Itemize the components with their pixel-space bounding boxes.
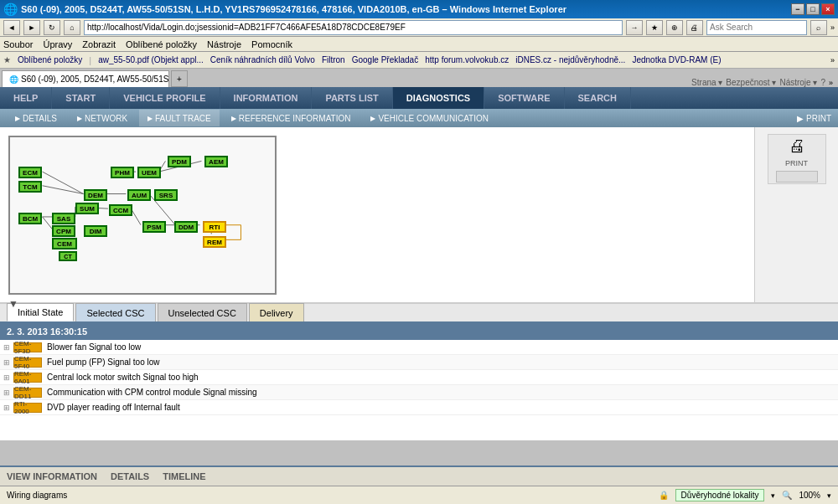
svg-line-3 bbox=[43, 217, 53, 229]
zoom-icon: 🔍 bbox=[782, 491, 792, 500]
search-input[interactable] bbox=[706, 20, 807, 35]
new-tab-button[interactable]: + bbox=[171, 70, 188, 87]
close-button[interactable]: × bbox=[821, 3, 835, 15]
fav-forum[interactable]: http forum.volvokub.cz bbox=[425, 55, 509, 64]
menu-oblibene[interactable]: Oblíbené položky bbox=[126, 39, 197, 49]
ecu-sum[interactable]: SUM bbox=[75, 203, 99, 214]
nav-help[interactable]: HELP bbox=[0, 87, 52, 109]
favorites-button[interactable]: ★ bbox=[646, 20, 663, 35]
bottom-toolbar: VIEW INFORMATION DETAILS TIMELINE bbox=[0, 465, 838, 486]
fault-description: Communication with CPM control module Si… bbox=[47, 388, 257, 397]
timeline-button[interactable]: TIMELINE bbox=[163, 471, 205, 481]
print-button[interactable]: 🖨 bbox=[686, 20, 703, 35]
print-icon[interactable]: 🖨 bbox=[789, 136, 805, 156]
diagram-area: ECM TCM BCM SAS CPM CEM CT DEM SUM DIM P… bbox=[0, 127, 754, 302]
details-button[interactable]: DETAILS bbox=[111, 471, 149, 481]
security-arrow-icon[interactable]: ▾ bbox=[771, 491, 775, 500]
timestamp-row: 2. 3. 2013 16:30:15 bbox=[0, 323, 838, 340]
menu-nastroje[interactable]: Nástroje bbox=[207, 39, 241, 49]
toolbar-options[interactable]: » bbox=[830, 23, 835, 32]
row-expand-icon[interactable]: ⊞ bbox=[3, 404, 10, 412]
more-button[interactable]: » bbox=[829, 79, 833, 87]
ecu-ddm[interactable]: DDM bbox=[174, 221, 198, 233]
ecu-rem[interactable]: REM bbox=[203, 236, 226, 248]
app-navigation: HELP START VEHICLE PROFILE INFORMATION P… bbox=[0, 87, 838, 109]
titlebar-left: 🌐 S60 (-09), 2005, D5244T, AW55-50/51SN,… bbox=[3, 3, 566, 16]
nav-search[interactable]: SEARCH bbox=[565, 87, 631, 109]
view-info-button[interactable]: VIEW INFORMATION bbox=[7, 471, 97, 481]
fav-oblibene[interactable]: Oblíbené položky bbox=[18, 55, 82, 64]
ecu-bcm[interactable]: BCM bbox=[18, 213, 42, 224]
ecu-aem[interactable]: AEM bbox=[204, 156, 228, 167]
tabbar: 🌐 S60 (-09), 2005, D5244T, AW55-50/51SN,… bbox=[0, 69, 838, 87]
ecu-cem[interactable]: CEM bbox=[52, 238, 77, 249]
minimize-button[interactable]: − bbox=[791, 3, 804, 15]
row-expand-icon[interactable]: ⊞ bbox=[3, 343, 10, 352]
print-button[interactable]: ▶ PRINT bbox=[797, 114, 831, 123]
fav-aw55[interactable]: aw_55-50.pdf (Objekt appl... bbox=[98, 55, 204, 64]
nav-software[interactable]: SOFTWARE bbox=[484, 87, 564, 109]
ecu-dem[interactable]: DEM bbox=[84, 189, 107, 201]
menu-upravy[interactable]: Úpravy bbox=[43, 39, 72, 49]
address-input[interactable] bbox=[84, 20, 623, 35]
back-button[interactable]: ◄ bbox=[3, 20, 20, 35]
fault-description: Blower fan Signal too low bbox=[47, 342, 141, 352]
favbar-more[interactable]: » bbox=[830, 56, 835, 64]
ecu-ecm[interactable]: ECM bbox=[18, 167, 42, 178]
fault-badge: CEM-5F3D bbox=[13, 342, 42, 352]
ecu-uem[interactable]: UEM bbox=[137, 167, 161, 178]
ecu-cpm[interactable]: CPM bbox=[52, 225, 75, 237]
forward-button[interactable]: ► bbox=[23, 20, 40, 35]
ecu-pdm[interactable]: PDM bbox=[168, 156, 191, 167]
security-menu[interactable]: Bezpečnost ▾ bbox=[726, 78, 776, 87]
page-menu[interactable]: Strana ▾ bbox=[691, 78, 722, 87]
zoom-arrow-icon[interactable]: ▾ bbox=[827, 491, 831, 500]
refresh-button[interactable]: ↻ bbox=[44, 20, 60, 35]
submenu-reference-info[interactable]: ▶ REFERENCE INFORMATION bbox=[223, 110, 360, 126]
ecu-phm[interactable]: PHM bbox=[111, 167, 134, 178]
ecu-psm[interactable]: PSM bbox=[142, 221, 166, 233]
fav-cenik[interactable]: Ceník náhradních dílů Volvo bbox=[210, 55, 315, 64]
ecu-tcm[interactable]: TCM bbox=[18, 181, 42, 193]
row-expand-icon[interactable]: ⊞ bbox=[3, 358, 10, 367]
tools-menu[interactable]: Nástroje ▾ bbox=[779, 78, 817, 87]
row-expand-icon[interactable]: ⊞ bbox=[3, 388, 10, 397]
row-expand-icon[interactable]: ⊞ bbox=[3, 373, 10, 382]
fav-google[interactable]: Google Překladač bbox=[352, 55, 419, 64]
table-row: ⊞ CEM-5F40 Fuel pump (FP) Signal too low bbox=[0, 355, 838, 370]
ecu-srs[interactable]: SRS bbox=[154, 189, 178, 201]
print-preview bbox=[776, 171, 818, 183]
ecu-aum[interactable]: AUM bbox=[127, 189, 151, 201]
nav-information[interactable]: INFORMATION bbox=[220, 87, 313, 109]
fault-description: DVD player reading off Internal fault bbox=[47, 403, 180, 412]
ecu-ccm[interactable]: CCM bbox=[109, 204, 132, 216]
home-button[interactable]: ⌂ bbox=[64, 20, 80, 35]
diagram-scroll-icon: ▼ bbox=[8, 298, 746, 310]
main-content: ECM TCM BCM SAS CPM CEM CT DEM SUM DIM P… bbox=[0, 127, 838, 303]
go-button[interactable]: → bbox=[626, 20, 643, 35]
rss-button[interactable]: ⊕ bbox=[666, 20, 683, 35]
submenu-network[interactable]: ▶ NETWORK bbox=[69, 110, 136, 126]
fav-idnes[interactable]: iDNES.cz - nejdůvěryhodně... bbox=[515, 55, 625, 64]
ecu-dim[interactable]: DIM bbox=[84, 225, 107, 237]
menu-pomocnik[interactable]: Pomocník bbox=[251, 39, 292, 49]
search-go-button[interactable]: ⌕ bbox=[810, 20, 827, 35]
maximize-button[interactable]: □ bbox=[806, 3, 820, 15]
browser-tab[interactable]: 🌐 S60 (-09), 2005, D5244T, AW55-50/51SN,… bbox=[2, 70, 169, 87]
ecu-rti[interactable]: RTI bbox=[203, 221, 226, 233]
submenu-fault-trace[interactable]: ▶ FAULT TRACE bbox=[139, 110, 220, 126]
nav-start[interactable]: START bbox=[52, 87, 110, 109]
fav-filtron[interactable]: Filtron bbox=[322, 55, 345, 64]
nav-vehicle-profile[interactable]: VEHICLE PROFILE bbox=[110, 87, 220, 109]
help-button[interactable]: ? bbox=[820, 78, 825, 87]
ecu-ct[interactable]: CT bbox=[59, 251, 77, 261]
submenu-vehicle-comm[interactable]: ▶ VEHICLE COMMUNICATION bbox=[362, 110, 497, 126]
ecu-sas[interactable]: SAS bbox=[52, 213, 75, 224]
nav-diagnostics[interactable]: DIAGNOSTICS bbox=[393, 87, 484, 109]
menu-zobrazit[interactable]: Zobrazit bbox=[82, 39, 116, 49]
submenu-details[interactable]: ▶ DETAILS bbox=[7, 110, 65, 126]
titlebar-buttons: − □ × bbox=[791, 3, 835, 15]
fav-dvd[interactable]: Jednotka DVD-RAM (E) bbox=[632, 55, 721, 64]
menu-soubor[interactable]: Soubor bbox=[3, 39, 33, 49]
nav-parts-list[interactable]: PARTS LIST bbox=[312, 87, 392, 109]
